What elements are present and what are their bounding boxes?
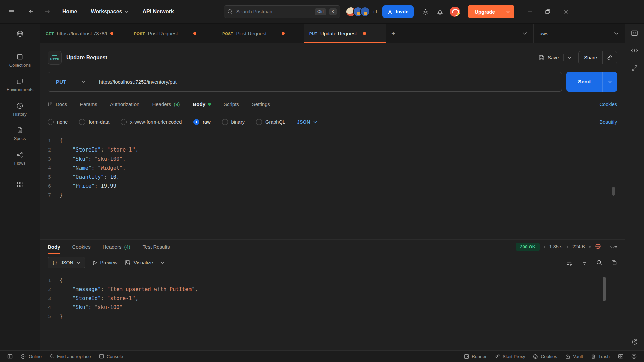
code-line[interactable]: 3 "Sku": "sku-100", bbox=[40, 155, 625, 164]
workspace-globe-icon[interactable] bbox=[16, 30, 24, 37]
back-arrow-icon[interactable] bbox=[25, 6, 37, 17]
body-mode-urlencoded[interactable]: x-www-form-urlencoded bbox=[121, 119, 182, 125]
tab-params[interactable]: Params bbox=[80, 96, 97, 112]
sidebar-item-environments[interactable]: Environments bbox=[7, 78, 33, 92]
language-dropdown[interactable]: JSON bbox=[297, 119, 318, 125]
sidebar-item-flows[interactable]: Flows bbox=[14, 151, 26, 166]
sidebar-item-specs[interactable]: Specs bbox=[14, 127, 26, 141]
editor-scrollbar-thumb[interactable] bbox=[612, 187, 615, 196]
notifications-bell-icon[interactable] bbox=[434, 5, 446, 18]
tab-scripts[interactable]: Scripts bbox=[224, 96, 239, 112]
vault-button[interactable]: Vault bbox=[561, 354, 587, 359]
close-icon[interactable] bbox=[559, 5, 573, 18]
code-line[interactable]: 4 "Name": "Widget", bbox=[40, 164, 625, 173]
trash-button[interactable]: Trash bbox=[587, 354, 614, 359]
response-format-dropdown[interactable]: {} JSON bbox=[48, 257, 85, 268]
code-snippet-icon[interactable] bbox=[631, 48, 638, 53]
tab-overflow-chevron[interactable] bbox=[517, 24, 533, 43]
code-line[interactable]: 7} bbox=[40, 191, 625, 200]
code-line[interactable]: 6 "Price": 19.99 bbox=[40, 182, 625, 191]
maximize-button[interactable] bbox=[541, 5, 554, 18]
new-tab-button[interactable]: + bbox=[386, 24, 401, 43]
start-proxy-button[interactable]: Start Proxy bbox=[491, 354, 529, 359]
body-mode-graphql[interactable]: GraphQL bbox=[256, 119, 285, 125]
environment-selector[interactable]: aws bbox=[533, 24, 625, 43]
main-menu-icon[interactable] bbox=[6, 6, 17, 17]
method-dropdown[interactable]: PUT bbox=[48, 72, 92, 91]
global-search[interactable]: Ctrl K bbox=[224, 5, 340, 18]
sidebar-item-collections[interactable]: Collections bbox=[9, 53, 31, 68]
minimize-button[interactable] bbox=[523, 5, 536, 18]
save-options-chevron[interactable] bbox=[563, 54, 575, 61]
request-tab-3[interactable]: POST Post Request bbox=[217, 24, 304, 43]
network-warning-icon[interactable] bbox=[595, 243, 602, 250]
copy-response-icon[interactable] bbox=[611, 260, 617, 266]
beautify-link[interactable]: Beautify bbox=[600, 119, 617, 125]
response-tab-test-results[interactable]: Test Results bbox=[143, 240, 170, 254]
body-mode-none[interactable]: none bbox=[48, 119, 68, 125]
preview-button[interactable]: Preview bbox=[92, 260, 118, 265]
code-line[interactable]: 5 "Quantity": 10, bbox=[40, 173, 625, 182]
request-tab-4-active[interactable]: PUT Update Request bbox=[304, 24, 386, 43]
upgrade-chevron[interactable] bbox=[502, 5, 514, 18]
help-icon[interactable] bbox=[627, 354, 641, 359]
search-response-icon[interactable] bbox=[596, 260, 602, 266]
settings-gear-icon[interactable] bbox=[419, 5, 432, 18]
response-tab-headers[interactable]: Headers (4) bbox=[103, 240, 130, 254]
request-body-editor[interactable]: 1{2 "StoreId": "store-1",3 "Sku": "sku-1… bbox=[40, 132, 625, 239]
status-badge[interactable]: 200 OK bbox=[516, 243, 540, 251]
code-line[interactable]: 2 "message": "Item upserted with PutItem… bbox=[40, 285, 625, 294]
expand-panel-icon[interactable] bbox=[631, 65, 638, 71]
share-button[interactable]: Share bbox=[578, 51, 617, 64]
online-status[interactable]: Online bbox=[17, 354, 46, 359]
sidebar-more-apps-icon[interactable] bbox=[16, 181, 23, 188]
response-scrollbar-thumb[interactable] bbox=[603, 277, 606, 301]
upgrade-button[interactable]: Upgrade bbox=[468, 5, 514, 18]
send-button[interactable]: Send bbox=[566, 72, 617, 92]
runner-button[interactable]: Runner bbox=[460, 354, 490, 359]
response-time[interactable]: 1.35 s bbox=[549, 244, 563, 249]
response-body-viewer[interactable]: 1{2 "message": "Item upserted with PutIt… bbox=[40, 271, 625, 350]
response-size[interactable]: 224 B bbox=[572, 244, 585, 249]
find-and-replace[interactable]: Find and replace bbox=[46, 354, 95, 359]
code-line[interactable]: 3 "StoreId": "store-1", bbox=[40, 294, 625, 303]
visualize-button[interactable]: Visualize bbox=[125, 260, 153, 266]
save-button[interactable]: Save bbox=[538, 54, 575, 61]
code-line[interactable]: 5} bbox=[40, 312, 625, 321]
split-panel-icon[interactable] bbox=[614, 354, 627, 359]
forward-arrow-icon[interactable] bbox=[42, 6, 53, 17]
body-mode-raw-selected[interactable]: raw bbox=[193, 119, 210, 125]
code-line[interactable]: 2 "StoreId": "store-1", bbox=[40, 145, 625, 155]
filter-icon[interactable] bbox=[582, 260, 588, 265]
toggle-sidebar-icon[interactable] bbox=[3, 354, 17, 359]
user-avatar[interactable] bbox=[450, 7, 460, 17]
tab-authorization[interactable]: Authorization bbox=[110, 96, 140, 112]
response-more-options-icon[interactable] bbox=[610, 246, 617, 248]
wrap-text-icon[interactable] bbox=[567, 260, 573, 266]
tab-docs[interactable]: Docs bbox=[48, 96, 67, 112]
search-input[interactable] bbox=[236, 9, 312, 14]
invite-button[interactable]: Invite bbox=[382, 5, 414, 18]
cookies-link[interactable]: Cookies bbox=[600, 102, 617, 107]
console-button[interactable]: Console bbox=[95, 354, 127, 359]
send-options-chevron[interactable] bbox=[602, 72, 617, 92]
code-line[interactable]: 1{ bbox=[40, 136, 625, 145]
visualize-options-chevron[interactable] bbox=[160, 261, 164, 264]
nav-workspaces[interactable]: Workspaces bbox=[91, 9, 129, 15]
response-tab-cookies[interactable]: Cookies bbox=[72, 240, 91, 254]
code-line[interactable]: 4 "Sku": "sku-100" bbox=[40, 303, 625, 312]
response-tab-body[interactable]: Body bbox=[48, 240, 60, 254]
copy-link-icon[interactable] bbox=[602, 51, 617, 64]
tab-settings[interactable]: Settings bbox=[252, 96, 270, 112]
sidebar-item-history[interactable]: History bbox=[13, 102, 26, 117]
tab-body[interactable]: Body bbox=[193, 96, 211, 112]
sync-status-icon[interactable] bbox=[631, 338, 638, 346]
nav-home[interactable]: Home bbox=[62, 9, 77, 15]
code-line[interactable]: 1{ bbox=[40, 276, 625, 285]
body-mode-binary[interactable]: binary bbox=[222, 119, 245, 125]
request-tab-1[interactable]: GET https://localhost:7378/t bbox=[40, 24, 128, 43]
nav-api-network[interactable]: API Network bbox=[142, 9, 174, 15]
request-tab-2[interactable]: POST Post Request bbox=[128, 24, 217, 43]
body-mode-form-data[interactable]: form-data bbox=[79, 119, 109, 125]
tab-headers[interactable]: Headers (9) bbox=[152, 96, 180, 112]
